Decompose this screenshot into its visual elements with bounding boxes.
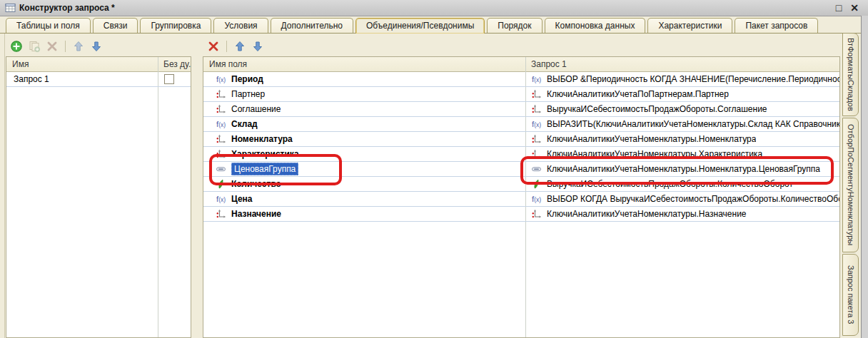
field-expression: КлючиАналитикиУчетаНоменклатуры.Номенкла… [547,164,820,174]
field-name: Цена [231,194,253,204]
column-header-name[interactable]: Имя [6,57,158,71]
field-expression: ВЫБОР КОГДА ВыручкаИСебестоимостьПродажО… [547,194,839,204]
field-name-cell: Соглашение [203,102,525,116]
field-name: Назначение [231,209,281,219]
delete-icon [46,40,59,53]
field-expression: ВыручкаИСебестоимостьПродажОбороты.Согла… [547,104,767,114]
fields-table: Имя поля Запрос 1 f(x)Периодf(x)ВЫБОР &П… [203,56,840,338]
field-row[interactable]: f(x)Периодf(x)ВЫБОР &Периодичность КОГДА… [203,72,839,87]
resource-icon [215,179,227,190]
maximize-button[interactable]: □ [831,1,847,15]
side-tab-otbor-po-segmentu-nomenklatury[interactable]: ОтборПоСегментуНоменклатуры [842,118,859,252]
side-tab-zapros-paketa-3[interactable]: Запрос пакета 3 [842,254,859,336]
move-query-down-button[interactable] [89,39,104,54]
query-builder-window: Конструктор запроса * □ ✕ Таблицы и поля… [0,0,868,338]
delete-icon [207,40,220,53]
column-header-query1[interactable]: Запрос 1 [525,57,839,71]
resource-icon [530,179,542,190]
field-expression: КлючиАналитикиУчетаПоПартнерам.Партнер [547,89,729,99]
dimension-icon [530,134,542,145]
move-field-down-button[interactable] [250,39,266,54]
field-expression-cell: f(x)ВЫБОР &Периодичность КОГДА ЗНАЧЕНИЕ(… [525,72,839,86]
field-row[interactable]: ХарактеристикаКлючиАналитикиУчетаНоменкл… [203,147,839,162]
field-row[interactable]: ПартнерКлючиАналитикиУчетаПоПартнерам.Па… [203,87,839,102]
field-expression-cell: КлючиАналитикиУчетаПоПартнерам.Партнер [525,87,839,101]
field-name: Количество [231,179,281,189]
field-name: Соглашение [231,104,281,114]
dimension-icon [530,89,542,100]
equals-icon [215,164,227,175]
window-edge [861,16,868,338]
move-field-up-button[interactable] [232,39,248,54]
field-name-cell: Характеристика [203,147,525,161]
dimension-icon [215,209,227,220]
field-expression: КлючиАналитикиУчетаНоменклатуры.Характер… [547,149,762,159]
tab-data-composition[interactable]: Компоновка данных [545,18,646,33]
tab-order[interactable]: Порядок [487,18,542,33]
queries-column-divider [158,57,158,337]
field-row[interactable]: НоменклатураКлючиАналитикиУчетаНоменклат… [203,132,839,147]
dimension-icon [530,149,542,160]
field-expression: ВыручкаИСебестоимостьПродажОбороты.Колич… [547,179,793,189]
field-row[interactable]: f(x)Ценаf(x)ВЫБОР КОГДА ВыручкаИСебестои… [203,192,839,207]
add-query-button[interactable] [9,39,24,54]
tab-grouping[interactable]: Группировка [140,18,211,33]
window-icon [5,3,16,13]
field-name-cell: f(x)Склад [203,117,525,131]
tab-tables-fields[interactable]: Таблицы и поля [6,18,91,33]
move-down-icon [90,40,103,53]
field-name: ЦеноваяГруппа [231,163,298,175]
field-expression: КлючиАналитикиУчетаНоменклатуры.Назначен… [547,209,747,219]
function-icon: f(x) [215,74,227,85]
column-header-field-name[interactable]: Имя поля [203,57,525,71]
queries-table-header: Имя Без ду... [6,57,191,72]
fields-table-body: f(x)Периодf(x)ВЫБОР &Периодичность КОГДА… [203,72,839,222]
delete-query-button [44,39,60,54]
tab-conditions[interactable]: Условия [213,18,268,33]
column-header-distinct[interactable]: Без ду... [158,57,191,71]
distinct-checkbox[interactable] [164,74,174,84]
add-copy-icon [28,40,41,53]
field-name-cell: Номенклатура [203,132,525,146]
query-name: Запрос 1 [6,74,158,84]
tab-characteristics[interactable]: Характеристики [647,18,732,33]
field-name: Склад [231,119,258,129]
field-name-cell: f(x)Цена [203,192,525,206]
tab-strip: Таблицы и поляСвязиГруппировкаУсловияДоп… [6,18,818,33]
close-button[interactable]: ✕ [847,1,862,15]
field-row[interactable]: СоглашениеВыручкаИСебестоимостьПродажОбо… [203,102,839,117]
titlebar[interactable]: Конструктор запроса * □ ✕ [0,0,868,16]
field-row[interactable]: НазначениеКлючиАналитикиУчетаНоменклатур… [203,207,839,222]
function-icon: f(x) [215,194,227,205]
field-expression-cell: ВыручкаИСебестоимостьПродажОбороты.Колич… [525,177,839,191]
fields-toolbar [206,38,266,55]
move-up-icon [72,40,85,53]
field-name-cell: f(x)Период [203,72,525,86]
field-name: Номенклатура [231,134,293,144]
query-row[interactable]: Запрос 1 [6,72,191,87]
toolbar-separator [226,41,227,52]
field-expression-cell: ВыручкаИСебестоимостьПродажОбороты.Согла… [525,102,839,116]
field-row[interactable]: КоличествоВыручкаИСебестоимостьПродажОбо… [203,177,839,192]
field-row[interactable]: ЦеноваяГруппаКлючиАналитикиУчетаНоменкла… [203,162,839,177]
tab-relations[interactable]: Связи [93,18,138,33]
queries-table: Имя Без ду... Запрос 1 [6,56,191,338]
field-expression-cell: f(x)ВЫБОР КОГДА ВыручкаИСебестоимостьПро… [525,192,839,206]
field-row[interactable]: f(x)Складf(x)ВЫРАЗИТЬ(КлючиАналитикиУчет… [203,117,839,132]
delete-field-button[interactable] [206,39,221,54]
window-title: Конструктор запроса * [19,3,115,13]
field-expression: КлючиАналитикиУчетаНоменклатуры.Номенкла… [547,134,756,144]
side-tab-vt-formaty-skladov[interactable]: ВтФорматыСкладов [842,33,859,116]
tab-additional[interactable]: Дополнительно [271,18,353,33]
field-expression: ВЫРАЗИТЬ(КлючиАналитикиУчетаНоменклатуры… [547,119,839,129]
toolbar-separator [65,41,66,52]
dimension-icon [215,149,227,160]
equals-icon [530,164,542,175]
side-tab-strip: ВтФорматыСкладовОтборПоСегментуНоменклат… [842,33,861,338]
field-expression-cell: КлючиАналитикиУчетаНоменклатуры.Характер… [525,147,839,161]
tab-query-batch[interactable]: Пакет запросов [735,18,818,33]
copy-query-button [26,39,42,54]
field-name-cell: Партнер [203,87,525,101]
tab-unions-aliases[interactable]: Объединения/Псевдонимы [355,18,485,34]
dimension-icon [215,134,227,145]
